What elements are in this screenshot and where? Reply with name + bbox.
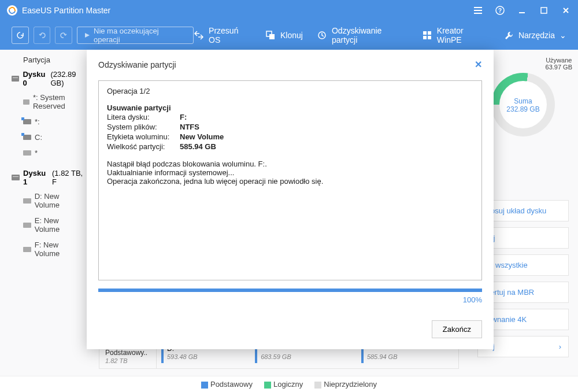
svg-rect-0 <box>474 7 482 8</box>
tools-label: Narzędzia <box>518 31 555 40</box>
migrate-os-button[interactable]: Przesuń OS <box>194 26 251 45</box>
toolbar: Nie ma oczekującej operacji Przesuń OS K… <box>0 21 578 50</box>
partition-icon <box>23 135 31 140</box>
recover-label: Odzyskiwanie partycji <box>332 26 408 45</box>
row-val: New Volume <box>180 132 224 141</box>
total-label: Suma <box>514 97 532 105</box>
disk-1-row[interactable]: Dysku 1 (1.82 TB, F <box>9 167 85 188</box>
part-label: F: New Volume <box>35 241 85 258</box>
svg-rect-10 <box>423 31 427 35</box>
partition-row[interactable]: F: New Volume <box>9 237 85 261</box>
part-label: *: <box>35 117 40 126</box>
row-key: Litera dysku: <box>107 113 180 121</box>
row-val: 585.94 GB <box>180 142 216 151</box>
svg-rect-5 <box>519 12 525 13</box>
svg-rect-11 <box>428 31 431 35</box>
titlebar-controls: ? <box>473 5 571 16</box>
log-line: Nastąpił błąd podczas blokowania wolumin… <box>107 160 473 168</box>
disk-type: Podstawowy.. <box>105 349 147 357</box>
part-label: C: <box>35 133 42 142</box>
chevron-down-icon: ⌄ <box>560 31 566 40</box>
disk-0-name: Dysku 0 <box>23 70 47 87</box>
svg-rect-12 <box>423 36 427 39</box>
partition-icon <box>23 119 31 124</box>
winpe-label: Kreator WinPE <box>437 26 490 45</box>
recover-partition-button[interactable]: Odzyskiwanie partycji <box>317 26 408 45</box>
used-value: 63.97 GB <box>546 64 572 71</box>
migrate-icon <box>194 30 204 40</box>
legend-logical: Logiczny <box>273 380 303 389</box>
app-logo-icon <box>7 5 17 16</box>
used-label: Używane <box>546 57 572 64</box>
partition-row[interactable]: *: <box>9 114 85 130</box>
svg-rect-6 <box>541 8 547 13</box>
disk-0-row[interactable]: Dysku 0 (232.89 GB) <box>9 68 85 90</box>
wrench-icon <box>503 30 514 40</box>
legend-basic-swatch <box>201 382 208 389</box>
maximize-icon[interactable] <box>539 5 549 16</box>
partition-row[interactable]: E: New Volume <box>9 213 85 237</box>
undo-button[interactable] <box>34 27 51 44</box>
modal-body: Operacja 1/2 Usuwanie partycji Litera dy… <box>98 80 482 280</box>
operation-counter: Operacja 1/2 <box>107 87 473 95</box>
titlebar: EaseUS Partition Master ? <box>0 0 578 21</box>
svg-rect-13 <box>428 36 431 39</box>
pending-operations: Nie ma oczekującej operacji <box>77 27 194 44</box>
part-label: E: New Volume <box>35 216 85 234</box>
partition-icon <box>23 150 31 156</box>
disk-icon <box>12 175 20 180</box>
menu-icon[interactable] <box>473 5 483 16</box>
disk-0-size: (232.89 GB) <box>50 70 85 87</box>
finish-button[interactable]: Zakończ <box>432 320 482 338</box>
part-label: * <box>35 149 38 157</box>
chevron-right-icon: › <box>559 342 561 351</box>
partition-row[interactable]: D: New Volume <box>9 188 85 213</box>
modal-close-button[interactable]: ✕ <box>475 59 482 70</box>
part-label: D: New Volume <box>35 192 85 209</box>
disk-1-name: Dysku 1 <box>23 169 49 186</box>
windows-icon <box>422 30 432 40</box>
titlebar-left: EaseUS Partition Master <box>7 5 110 16</box>
log-line: Operacja zakończona, jedna lub więcej op… <box>107 177 473 186</box>
log-line: Uaktualnianie informacji systemowej... <box>107 168 473 177</box>
total-value: 232.89 GB <box>506 105 539 113</box>
partition-tree: Partycja Dysku 0 (232.89 GB) *: System R… <box>0 50 90 376</box>
partition-row[interactable]: * <box>9 145 85 161</box>
redo-button[interactable] <box>55 27 72 44</box>
disk-size: 1.82 TB <box>105 357 128 364</box>
refresh-button[interactable] <box>12 27 29 44</box>
svg-text:?: ? <box>498 8 502 14</box>
minimize-icon[interactable] <box>517 5 527 16</box>
close-icon[interactable] <box>561 5 571 16</box>
svg-rect-2 <box>474 13 482 14</box>
partition-icon <box>23 198 31 204</box>
partition-row[interactable]: *: System Reserved <box>9 90 85 114</box>
seg-size: 585.94 GB <box>367 353 398 360</box>
row-key: System plików: <box>107 123 180 131</box>
row-val: F: <box>180 113 187 121</box>
modal-title: Odzyskiwanie partycji <box>98 60 176 69</box>
clone-icon <box>265 30 276 40</box>
clone-button[interactable]: Klonuj <box>265 26 303 45</box>
recover-icon <box>317 30 327 40</box>
legend-logical-swatch <box>264 382 271 389</box>
partition-icon <box>23 247 31 252</box>
winpe-button[interactable]: Kreator WinPE <box>422 26 490 45</box>
legend-unalloc: Nieprzydzielony <box>324 380 377 389</box>
clone-label: Klonuj <box>280 31 303 40</box>
seg-size: 683.59 GB <box>261 353 291 360</box>
progress-bar <box>98 289 482 292</box>
tree-header: Partycja <box>9 54 85 68</box>
migrate-label: Przesuń OS <box>209 26 251 45</box>
legend-unalloc-swatch <box>314 382 321 389</box>
part-label: *: System Reserved <box>33 93 85 110</box>
legend: Podstawowy Logiczny Nieprzydzielony <box>0 376 578 392</box>
row-key: Wielkość partycji: <box>107 142 180 151</box>
partition-row[interactable]: C: <box>9 130 85 145</box>
tools-button[interactable]: Narzędzia ⌄ <box>503 26 566 45</box>
recovery-modal: Odzyskiwanie partycji ✕ Operacja 1/2 Usu… <box>87 50 494 349</box>
seg-size: 593.48 GB <box>167 353 198 360</box>
help-icon[interactable]: ? <box>495 5 505 16</box>
row-val: NTFS <box>180 123 199 131</box>
play-icon <box>84 32 90 38</box>
